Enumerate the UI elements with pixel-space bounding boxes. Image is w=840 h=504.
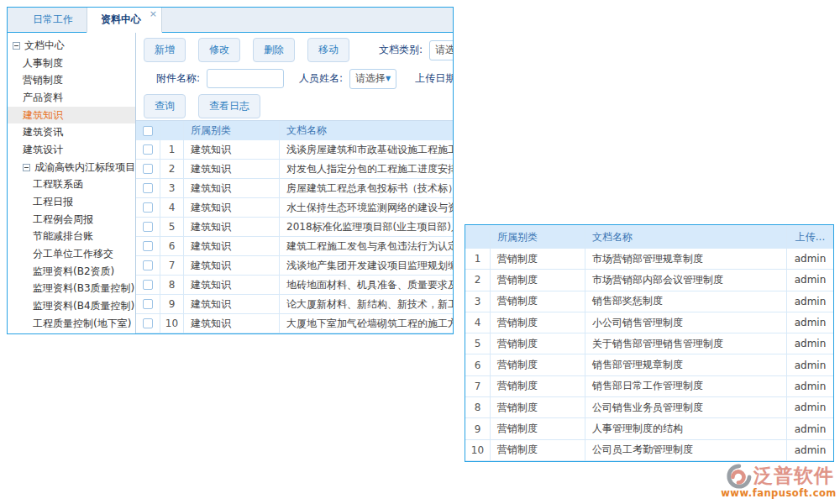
table-row[interactable]: 7营销制度销售部日常工作管理制度admin <box>465 376 833 397</box>
tree-node-project[interactable]: 成渝高铁内江标段项目 <box>8 159 135 176</box>
person-name-select[interactable]: 请选择 ▼ <box>349 69 396 89</box>
row-category: 建筑知识 <box>184 276 280 294</box>
row-checkbox[interactable] <box>143 280 153 290</box>
view-log-button[interactable]: 查看日志 <box>198 94 260 118</box>
sidebar-item[interactable]: 营销制度 <box>8 71 135 89</box>
sidebar-item[interactable]: 工程例会周报 <box>8 211 135 228</box>
row-checkbox-cell <box>136 256 160 275</box>
collapse-icon[interactable] <box>13 42 20 50</box>
row-uploader: admin <box>786 312 833 333</box>
table-row[interactable]: 5建筑知识2018标准化监理项目部(业主项目部)人员... <box>136 218 453 237</box>
row-uploader: admin <box>786 249 833 269</box>
table-row[interactable]: 2建筑知识对发包人指定分包的工程施工进度安排... <box>136 160 453 179</box>
table-row[interactable]: 3建筑知识房屋建筑工程总承包投标书（技术标）... <box>136 179 453 198</box>
tab-daily-work[interactable]: 日常工作 <box>19 7 87 32</box>
query-button[interactable]: 查询 <box>144 94 186 118</box>
row-checkbox[interactable] <box>143 222 153 232</box>
table-row[interactable]: 1营销制度市场营销部管理规章制度admin <box>465 249 833 270</box>
document-table: 所属别类 文档名称 1建筑知识浅谈房屋建筑和市政基础设施工程施工...2建筑知识… <box>136 120 453 333</box>
toolbar-row-1: 新增 修改 删除 移动 文档类别: 请选择 ▼ 文档 <box>136 35 453 65</box>
close-icon[interactable]: × <box>150 8 157 19</box>
tab-data-center[interactable]: 资料中心 × <box>87 7 162 33</box>
table-row[interactable]: 4建筑知识水土保持生态环境监测网络的建设与资... <box>136 198 453 218</box>
row-checkbox[interactable] <box>143 164 153 174</box>
collapse-icon[interactable] <box>23 164 30 171</box>
sidebar-item[interactable]: 建筑资讯 <box>8 123 135 141</box>
row-checkbox[interactable] <box>143 318 153 328</box>
row-checkbox[interactable] <box>143 260 153 270</box>
sidebar-item[interactable]: 工程日报 <box>8 193 135 211</box>
row-checkbox[interactable] <box>143 183 153 193</box>
select-all-checkbox[interactable] <box>143 126 153 136</box>
sidebar-item[interactable]: 监理资料(B3质量控制) <box>8 281 135 298</box>
row-checkbox-cell <box>136 140 160 159</box>
row-number: 4 <box>465 312 491 333</box>
row-doc-name: 2018标准化监理项目部(业主项目部)人员... <box>280 218 453 236</box>
sidebar-item[interactable]: 产品资料 <box>8 89 135 107</box>
table-row[interactable]: 10营销制度公司员工考勤管理制度admin <box>465 440 833 461</box>
row-doc-name: 小公司销售管理制度 <box>585 312 786 333</box>
row-number: 1 <box>465 249 491 269</box>
row-doc-name: 水土保持生态环境监测网络的建设与资... <box>280 198 453 217</box>
row-category: 营销制度 <box>491 291 585 312</box>
sidebar-item[interactable]: 分工单位工作移交 <box>8 245 135 263</box>
sidebar-item[interactable]: 节能减排台账 <box>8 228 135 246</box>
row-doc-name: 市场营销部内部会议管理制度 <box>585 270 786 290</box>
doc-category-select[interactable]: 请选择 ▼ <box>429 40 453 60</box>
row-checkbox[interactable] <box>143 241 153 251</box>
table-row[interactable]: 6营销制度销售部管理规章制度admin <box>465 354 833 375</box>
tree-root-label: 文档中心 <box>24 39 65 53</box>
modify-button[interactable]: 修改 <box>198 38 240 62</box>
row-category: 建筑知识 <box>184 256 280 275</box>
row-doc-name: 房屋建筑工程总承包投标书（技术标）... <box>280 179 453 197</box>
sidebar-item[interactable]: 监理资料(B2资质) <box>8 263 135 281</box>
move-button[interactable]: 移动 <box>307 38 349 62</box>
delete-button[interactable]: 删除 <box>253 38 295 62</box>
row-category: 营销制度 <box>491 376 585 396</box>
add-button[interactable]: 新增 <box>144 38 186 62</box>
table-row[interactable]: 2营销制度市场营销部内部会议管理制度admin <box>465 270 833 291</box>
header-cell-doc-name: 文档名称 <box>585 225 786 249</box>
table-row[interactable]: 8建筑知识地砖地面材料、机具准备、质量要求及... <box>136 276 453 295</box>
row-doc-name: 浅谈地产集团开发建设项目监理规划编... <box>280 256 453 275</box>
row-number: 9 <box>160 295 184 313</box>
table-row[interactable]: 9建筑知识论大厦新材料、新结构、新技术，新工... <box>136 295 453 314</box>
row-checkbox[interactable] <box>143 144 153 155</box>
header-cell-category: 所属别类 <box>184 121 280 140</box>
table-row[interactable]: 9营销制度人事管理制度的结构admin <box>465 418 833 439</box>
table-row[interactable]: 10建筑知识大厦地下室加气砼墙砌筑工程的施工方... <box>136 314 453 333</box>
row-category: 建筑知识 <box>184 237 280 255</box>
sidebar-item[interactable]: 人事制度 <box>8 55 135 72</box>
attachment-name-input[interactable] <box>207 69 284 88</box>
tree-node-document-center[interactable]: 文档中心 <box>8 37 135 55</box>
sidebar-item[interactable]: 监理资料(B4质量控制) <box>8 297 135 315</box>
sidebar-item[interactable]: 工程质量控制(地下室) <box>8 315 135 333</box>
sidebar-item[interactable]: 建筑设计 <box>8 141 135 159</box>
sidebar-item[interactable]: 建筑知识 <box>8 107 135 124</box>
sidebar-item[interactable]: 工程联系函 <box>8 176 135 194</box>
tab-data-center-label: 资料中心 <box>101 13 141 25</box>
row-checkbox-cell <box>136 276 160 294</box>
row-number: 2 <box>160 160 184 178</box>
table-row[interactable]: 7建筑知识浅谈地产集团开发建设项目监理规划编... <box>136 256 453 276</box>
header-cell-uploader[interactable]: 上传... <box>786 225 833 249</box>
row-doc-name: 对发包人指定分包的工程施工进度安排... <box>280 160 453 178</box>
table-row[interactable]: 4营销制度小公司销售管理制度admin <box>465 312 833 333</box>
row-checkbox[interactable] <box>143 299 153 309</box>
table-row[interactable]: 3营销制度销售部奖惩制度admin <box>465 291 833 312</box>
row-number: 8 <box>160 276 184 294</box>
row-checkbox[interactable] <box>143 202 153 213</box>
table-row[interactable]: 5营销制度关于销售部管理销售管理制度admin <box>465 333 833 354</box>
row-category: 建筑知识 <box>184 218 280 236</box>
table-row[interactable]: 1建筑知识浅谈房屋建筑和市政基础设施工程施工... <box>136 140 453 160</box>
document-tree-sidebar: 文档中心 人事制度营销制度产品资料建筑知识建筑资讯建筑设计 成渝高铁内江标段项目… <box>8 33 136 333</box>
document-center-window: 日常工作 资料中心 × 文档中心 人事制度营销制度产品资料建筑知识建筑资讯建筑设… <box>7 7 454 334</box>
header-cell-number <box>465 225 491 249</box>
attachment-name-label: 附件名称: <box>156 71 200 86</box>
table-row[interactable]: 8营销制度公司销售业务员管理制度admin <box>465 397 833 418</box>
doc-category-label: 文档类别: <box>379 43 423 57</box>
table-header: 所属别类 文档名称 <box>136 121 453 140</box>
tree-project-label: 成渝高铁内江标段项目 <box>34 160 135 175</box>
logo-row: 泛普软件 <box>719 463 838 489</box>
table-row[interactable]: 6建筑知识建筑工程施工发包与承包违法行为认定... <box>136 237 453 256</box>
